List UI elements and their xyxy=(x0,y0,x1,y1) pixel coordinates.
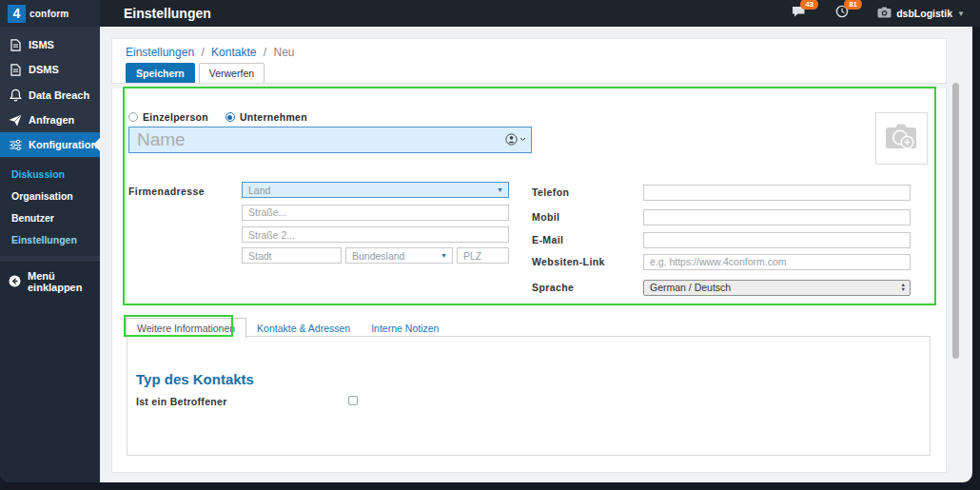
contact-form: Einzelperson Unternehmen xyxy=(125,88,936,304)
breadcrumb-kontakte[interactable]: Kontakte xyxy=(211,46,256,59)
country-select-value: Land xyxy=(248,185,270,196)
arrow-left-circle-icon xyxy=(9,275,21,289)
select-arrows-icon: ▲▼ xyxy=(901,283,906,292)
breadcrumb: Einstellungen / Kontakte / Neu xyxy=(126,46,295,59)
tab-weitere-informationen[interactable]: Weitere Informationen xyxy=(126,318,246,339)
topbar-actions: 43 81 dsbLogistik ▼ xyxy=(792,5,980,22)
phone-input[interactable] xyxy=(643,185,911,201)
breadcrumb-neu: Neu xyxy=(274,46,295,59)
vertical-scrollbar[interactable] xyxy=(952,83,959,359)
chevron-down-icon: ▼ xyxy=(957,10,965,18)
email-label: E-Mail xyxy=(532,234,643,245)
sidebar-item-konfiguration[interactable]: Konfiguration xyxy=(0,132,100,157)
person-circle-icon xyxy=(505,133,518,146)
betroffener-label: Ist ein Betroffener xyxy=(136,396,227,407)
avatar-camera-icon xyxy=(877,7,892,20)
document-icon xyxy=(9,39,22,51)
language-select[interactable]: German / Deutsch ▲▼ xyxy=(643,280,911,296)
sidebar-item-label: ISMS xyxy=(29,39,54,50)
collapse-menu-button[interactable]: Menü einklappen xyxy=(0,262,100,301)
save-button[interactable]: Speichern xyxy=(126,63,195,84)
user-name: dsbLogistik xyxy=(896,8,952,19)
radio-circle-icon[interactable] xyxy=(128,112,138,122)
app-logo[interactable]: 4 conform xyxy=(0,0,100,27)
radio-unternehmen[interactable]: Unternehmen xyxy=(225,111,307,123)
tab-kontakte-adressen[interactable]: Kontakte & Adressen xyxy=(246,319,361,338)
radio-einzelperson[interactable]: Einzelperson xyxy=(128,111,208,123)
bell-icon xyxy=(9,88,22,102)
radio-label: Einzelperson xyxy=(143,111,208,123)
sidebar-item-label: DSMS xyxy=(29,64,59,75)
tab-content: Typ des Kontakts Ist ein Betroffener xyxy=(127,336,931,456)
photo-upload-button[interactable] xyxy=(875,112,928,165)
email-row: E-Mail xyxy=(532,231,911,248)
phone-row: Telefon xyxy=(532,184,911,201)
betroffener-row: Ist ein Betroffener xyxy=(136,396,930,407)
logo-text: conform xyxy=(29,9,69,19)
mobile-input[interactable] xyxy=(643,209,911,225)
radio-circle-icon[interactable] xyxy=(225,112,235,122)
address-fields: Land ▼ Bundesla xyxy=(242,182,509,268)
name-input[interactable] xyxy=(128,127,532,153)
tasks-button[interactable]: 81 xyxy=(835,5,849,22)
mobile-label: Mobil xyxy=(532,211,643,223)
breadcrumb-separator: / xyxy=(264,46,266,59)
section-heading: Typ des Kontakts xyxy=(136,371,930,387)
sidebar-item-data-breach[interactable]: Data Breach xyxy=(0,82,100,108)
main-content: Einstellungen / Kontakte / Neu Speichern… xyxy=(100,27,972,482)
sidebar: ISMS DSMS Data Breach xyxy=(0,27,100,482)
country-select[interactable]: Land ▼ xyxy=(242,182,509,198)
document-icon xyxy=(9,64,22,76)
email-input[interactable] xyxy=(643,232,911,248)
language-row: Sprache German / Deutsch ▲▼ xyxy=(532,279,911,296)
zip-input[interactable] xyxy=(457,247,509,264)
sidebar-subitem-organisation[interactable]: Organisation xyxy=(0,185,100,206)
website-label: Websiten-Link xyxy=(532,256,643,267)
discard-button[interactable]: Verwerfen xyxy=(199,63,265,84)
website-input[interactable] xyxy=(643,254,911,270)
tasks-count-badge: 81 xyxy=(844,0,862,10)
sidebar-filler xyxy=(0,301,100,482)
action-buttons: Speichern Verwerfen xyxy=(126,63,265,84)
person-type-radios: Einzelperson Unternehmen xyxy=(128,111,307,123)
logo-mark: 4 xyxy=(8,5,26,23)
chevron-down-icon xyxy=(519,137,526,142)
chevron-down-icon: ▼ xyxy=(441,252,447,259)
user-menu[interactable]: dsbLogistik ▼ xyxy=(877,7,965,20)
name-field-wrap xyxy=(128,127,532,153)
sidebar-subitem-einstellungen[interactable]: Einstellungen xyxy=(0,228,100,250)
sidebar-item-isms[interactable]: ISMS xyxy=(0,32,100,57)
collapse-menu-label: Menü einklappen xyxy=(28,270,91,293)
sliders-icon xyxy=(9,139,22,151)
contact-type-toggle[interactable] xyxy=(505,133,526,146)
firmenadresse-label: Firmenadresse xyxy=(128,186,205,197)
page-title: Einstellungen xyxy=(124,6,211,21)
mobile-row: Mobil xyxy=(532,208,911,225)
street2-input[interactable] xyxy=(242,226,509,243)
paper-plane-icon xyxy=(9,114,22,127)
camera-plus-icon xyxy=(884,121,920,156)
tab-bar: Weitere Informationen Kontakte & Adresse… xyxy=(126,318,449,338)
top-bar: 4 conform Einstellungen 43 81 dsbL xyxy=(0,0,980,27)
language-label: Sprache xyxy=(532,282,643,293)
sidebar-submenu: Diskussion Organisation Benutzer Einstel… xyxy=(0,159,100,256)
breadcrumb-einstellungen[interactable]: Einstellungen xyxy=(126,46,194,59)
sidebar-subitem-benutzer[interactable]: Benutzer xyxy=(0,206,100,228)
website-row: Websiten-Link xyxy=(532,253,911,270)
state-select[interactable]: Bundesland ▼ xyxy=(345,247,453,264)
chat-button[interactable]: 43 xyxy=(792,5,807,22)
city-input[interactable] xyxy=(242,247,342,264)
sidebar-item-dsms[interactable]: DSMS xyxy=(0,57,100,82)
sidebar-item-label: Anfragen xyxy=(29,114,74,126)
tab-interne-notizen[interactable]: Interne Notizen xyxy=(361,319,449,338)
settings-panel: Einstellungen / Kontakte / Neu Speichern… xyxy=(111,38,947,473)
breadcrumb-separator: / xyxy=(201,46,204,59)
sidebar-subitem-diskussion[interactable]: Diskussion xyxy=(0,163,100,185)
sidebar-item-anfragen[interactable]: Anfragen xyxy=(0,108,100,132)
chevron-down-icon: ▼ xyxy=(497,186,503,193)
sidebar-item-label: Konfiguration xyxy=(29,139,97,150)
phone-label: Telefon xyxy=(532,186,643,198)
betroffener-checkbox[interactable] xyxy=(348,396,358,405)
language-select-value: German / Deutsch xyxy=(650,282,731,293)
street-input[interactable] xyxy=(242,205,509,221)
